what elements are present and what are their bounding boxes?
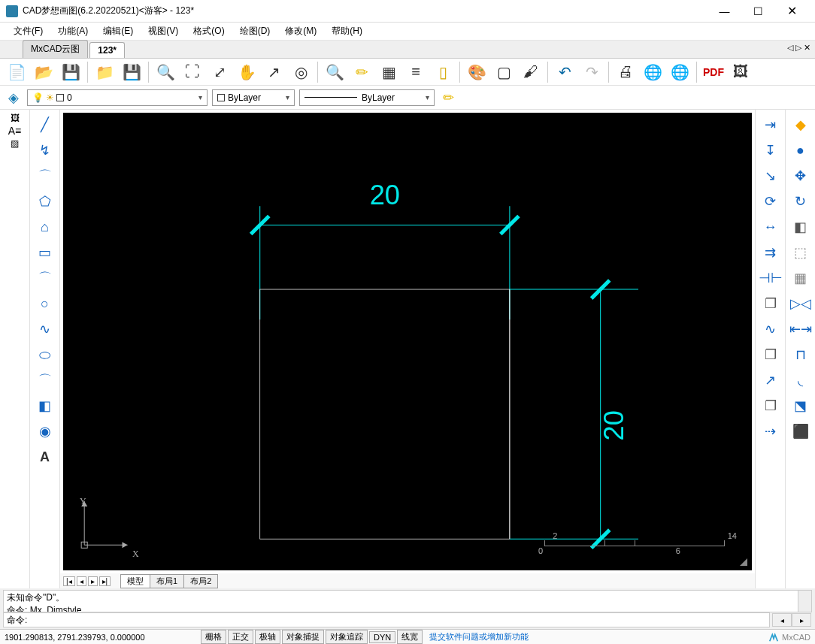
stretch-box-icon[interactable]: ⬚ bbox=[789, 240, 813, 265]
ellipse-arc-icon[interactable]: ⌒ bbox=[33, 368, 57, 392]
polyline-icon[interactable]: ↯ bbox=[33, 138, 57, 162]
circle-icon[interactable]: ○ bbox=[33, 292, 57, 316]
dyn-button[interactable]: DYN bbox=[369, 631, 395, 643]
open-cloud-icon[interactable]: 📂 bbox=[32, 60, 56, 84]
menu-view[interactable]: 视图(V) bbox=[141, 22, 186, 41]
linetype-select[interactable]: ByLayer ▾ bbox=[299, 89, 435, 106]
box-icon[interactable]: ▢ bbox=[492, 60, 516, 84]
wave-icon[interactable]: ∿ bbox=[759, 317, 783, 341]
house-icon[interactable]: ⌂ bbox=[33, 215, 57, 239]
globe-download-icon[interactable]: 🌐 bbox=[668, 60, 692, 84]
break-icon[interactable]: ⊣⊢ bbox=[759, 266, 783, 290]
stretch-icon[interactable]: ↗ bbox=[759, 368, 783, 392]
maximize-button[interactable]: ☐ bbox=[741, 0, 775, 23]
array-icon[interactable]: ❐ bbox=[759, 343, 783, 367]
trim-icon[interactable]: ⇥ bbox=[759, 113, 783, 137]
rotate-tool-icon[interactable]: ↻ bbox=[789, 189, 813, 213]
menu-file[interactable]: 文件(F) bbox=[6, 22, 50, 41]
feedback-link[interactable]: 提交软件问题或增加新功能 bbox=[429, 631, 529, 642]
dim-arrow-icon[interactable]: ⇢ bbox=[759, 419, 783, 443]
zoom-extents-icon[interactable]: ⤢ bbox=[208, 60, 232, 84]
move-icon[interactable]: ❐ bbox=[759, 394, 783, 418]
circle-tool-icon[interactable]: ● bbox=[789, 138, 813, 162]
copy-icon[interactable]: ❐ bbox=[759, 292, 783, 316]
layers-icon[interactable]: 🎨 bbox=[465, 60, 489, 84]
tab-mxcad-cloud[interactable]: MxCAD云图 bbox=[23, 40, 88, 58]
osnap-button[interactable]: 对象捕捉 bbox=[282, 630, 324, 644]
scale-icon[interactable]: ↘ bbox=[759, 164, 783, 188]
explode-icon[interactable]: ⬛ bbox=[789, 419, 813, 443]
menu-function[interactable]: 功能(A) bbox=[50, 22, 95, 41]
image-insert-icon[interactable]: 🖼 bbox=[11, 113, 20, 123]
menu-modify[interactable]: 修改(M) bbox=[277, 22, 324, 41]
layer-properties-icon[interactable]: ◈ bbox=[5, 89, 23, 107]
arc-icon[interactable]: ⌒ bbox=[33, 164, 57, 188]
zoom-previous-icon[interactable]: 🔍 bbox=[323, 60, 347, 84]
rotate-icon[interactable]: ⟳ bbox=[759, 189, 783, 213]
layout-next-icon[interactable]: ▸ bbox=[88, 576, 98, 586]
scale-box-icon[interactable]: ◧ bbox=[789, 215, 813, 239]
zoom-in-icon[interactable]: 🔍 bbox=[153, 60, 177, 84]
layer-select[interactable]: 💡 ☀ 0 ▾ bbox=[27, 89, 208, 106]
properties-icon[interactable]: ▦ bbox=[377, 60, 401, 84]
print-icon[interactable]: 🖨 bbox=[614, 60, 638, 84]
rectangle-icon[interactable]: ▭ bbox=[33, 240, 57, 265]
color-select[interactable]: ByLayer ▾ bbox=[212, 89, 295, 106]
layout-tab-model[interactable]: 模型 bbox=[120, 574, 150, 588]
mirror-tri-icon[interactable]: ▷◁ bbox=[789, 292, 813, 316]
close-button[interactable]: ✕ bbox=[775, 0, 809, 23]
image-icon[interactable]: 🖼 bbox=[729, 60, 753, 84]
otrack-button[interactable]: 对象追踪 bbox=[326, 630, 368, 644]
paint-icon[interactable]: 🖌 bbox=[519, 60, 543, 84]
menu-format[interactable]: 格式(O) bbox=[186, 22, 232, 41]
redo-icon[interactable]: ↷ bbox=[580, 60, 604, 84]
polygon-icon[interactable]: ⬠ bbox=[33, 189, 57, 213]
drawing-canvas[interactable]: 20 20 Y X 2 14 0 bbox=[63, 113, 752, 570]
spline-icon[interactable]: ∿ bbox=[33, 317, 57, 341]
cmd-prev-icon[interactable]: ◂ bbox=[772, 613, 792, 627]
new-file-icon[interactable]: 📄 bbox=[5, 60, 29, 84]
save-as-icon[interactable]: 💾 bbox=[120, 60, 144, 84]
break-line-icon[interactable]: ⇤⇥ bbox=[789, 317, 813, 341]
tab-close-icon[interactable]: ✕ bbox=[804, 43, 810, 53]
line-icon[interactable]: ╱ bbox=[33, 113, 57, 137]
cmd-scrollbar[interactable] bbox=[798, 591, 811, 612]
extend-icon[interactable]: ↧ bbox=[759, 138, 783, 162]
menu-help[interactable]: 帮助(H) bbox=[324, 22, 370, 41]
ortho-button[interactable]: 正交 bbox=[228, 630, 253, 644]
zoom-scale-icon[interactable]: ↗ bbox=[262, 60, 286, 84]
tab-prev-icon[interactable]: ◁ bbox=[787, 43, 793, 53]
layout-tab-1[interactable]: 布局1 bbox=[150, 574, 184, 588]
text-icon[interactable]: A bbox=[33, 445, 57, 469]
menu-draw[interactable]: 绘图(D) bbox=[232, 22, 278, 41]
pan-icon[interactable]: ✋ bbox=[235, 60, 259, 84]
move-tool-icon[interactable]: ✥ bbox=[789, 164, 813, 188]
tab-next-icon[interactable]: ▷ bbox=[795, 43, 801, 53]
command-history[interactable]: 未知命令"D"。 命令: Mx_Dimstyle bbox=[3, 590, 812, 612]
menu-edit[interactable]: 编辑(E) bbox=[95, 22, 141, 41]
polar-button[interactable]: 极轴 bbox=[255, 630, 280, 644]
offset-icon[interactable]: ⇉ bbox=[759, 240, 783, 265]
list-icon[interactable]: ≡ bbox=[404, 60, 428, 84]
zoom-window-icon[interactable]: ⛶ bbox=[180, 60, 205, 84]
point-block-icon[interactable]: ◧ bbox=[33, 394, 57, 418]
pdf-icon[interactable]: PDF bbox=[701, 60, 726, 84]
open-folder-icon[interactable]: 📁 bbox=[92, 60, 117, 84]
text-style-icon[interactable]: A≡ bbox=[8, 125, 22, 137]
command-line[interactable]: 命令: ◂ ▸ bbox=[3, 612, 770, 627]
array-rect-icon[interactable]: ▦ bbox=[789, 266, 813, 290]
layout-tab-2[interactable]: 布局2 bbox=[183, 574, 218, 588]
minimize-button[interactable]: — bbox=[707, 0, 741, 23]
ellipse-icon[interactable]: ⬭ bbox=[33, 343, 57, 367]
erase-icon[interactable]: ◆ bbox=[789, 113, 813, 137]
save-icon[interactable]: 💾 bbox=[59, 60, 83, 84]
hatch-icon[interactable]: ▨ bbox=[11, 138, 19, 149]
zoom-all-icon[interactable]: ◎ bbox=[289, 60, 313, 84]
fillet-icon[interactable]: ◟ bbox=[789, 368, 813, 392]
edit-style-icon[interactable]: ✏ bbox=[439, 89, 457, 107]
undo-icon[interactable]: ↶ bbox=[553, 60, 577, 84]
chamfer-icon[interactable]: ⬔ bbox=[789, 394, 813, 418]
join-icon[interactable]: ⊓ bbox=[789, 343, 813, 367]
resize-grip-icon[interactable] bbox=[740, 558, 747, 566]
layout-last-icon[interactable]: ▸| bbox=[99, 576, 111, 586]
